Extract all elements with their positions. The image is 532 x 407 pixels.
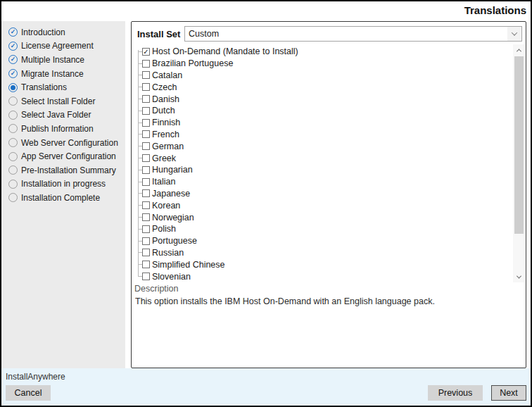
option-label: Korean <box>152 201 180 211</box>
wizard-step: Installation Complete <box>8 191 125 205</box>
wizard-step-label: Pre-Installation Summary <box>21 165 116 175</box>
next-button[interactable]: Next <box>491 385 526 401</box>
scroll-down-icon[interactable] <box>513 271 525 282</box>
step-pending-icon <box>8 138 18 147</box>
checkbox[interactable] <box>142 261 150 268</box>
option-label: Japanese <box>152 189 190 199</box>
checkbox[interactable] <box>142 237 150 245</box>
wizard-step-label: License Agreement <box>21 41 94 51</box>
wizard-step-label: Publish Information <box>21 124 94 134</box>
wizard-step: ✓Migrate Instance <box>8 67 125 81</box>
checkbox[interactable] <box>142 166 150 174</box>
page-title: Translations <box>464 4 526 16</box>
step-current-icon <box>8 83 18 92</box>
wizard-step: ✓Introduction <box>8 25 125 39</box>
translation-option[interactable]: Russian <box>137 247 509 259</box>
translation-option[interactable]: Dutch <box>137 105 509 117</box>
installer-window: Translations ✓Introduction✓License Agree… <box>0 0 532 407</box>
wizard-step: ✓License Agreement <box>8 39 125 54</box>
step-pending-icon <box>8 124 18 133</box>
translation-option[interactable]: German <box>137 140 509 152</box>
checkbox[interactable] <box>142 201 150 209</box>
checkbox[interactable] <box>142 107 150 115</box>
step-pending-icon <box>8 152 18 161</box>
step-complete-icon: ✓ <box>8 27 18 37</box>
chevron-down-icon[interactable] <box>507 27 521 41</box>
step-pending-icon <box>8 165 18 175</box>
translation-option[interactable]: Norwegian <box>137 211 509 223</box>
translation-option[interactable]: Japanese <box>137 188 509 200</box>
translation-option[interactable]: French <box>137 129 509 141</box>
wizard-step: Translations <box>8 80 125 94</box>
wizard-step: Select Install Folder <box>8 94 125 108</box>
checkbox[interactable] <box>142 71 150 79</box>
translation-option[interactable]: Danish <box>137 93 509 105</box>
step-complete-icon: ✓ <box>8 42 18 51</box>
translation-option[interactable]: Korean <box>137 199 509 211</box>
option-label: Czech <box>152 82 177 92</box>
translation-option[interactable]: Slovenian <box>137 270 509 282</box>
checkbox[interactable] <box>142 154 150 162</box>
wizard-step-label: Multiple Instance <box>21 55 84 65</box>
checkbox[interactable] <box>142 273 150 280</box>
install-set-select[interactable]: Custom <box>184 26 522 42</box>
checkbox[interactable] <box>142 83 150 91</box>
previous-button[interactable]: Previous <box>428 385 483 401</box>
scrollbar-thumb[interactable] <box>514 56 524 234</box>
checkbox[interactable]: ✓ <box>142 48 150 56</box>
wizard-step-label: Migrate Instance <box>21 69 84 79</box>
checkbox[interactable] <box>142 60 150 68</box>
install-set-label: Install Set <box>137 29 180 39</box>
checkbox[interactable] <box>142 213 150 221</box>
translation-option[interactable]: Czech <box>137 81 509 93</box>
scroll-up-icon[interactable] <box>513 44 525 56</box>
option-label: Italian <box>152 177 175 187</box>
translation-option[interactable]: Catalan <box>137 70 509 82</box>
wizard-step-label: Installation in progress <box>21 179 106 189</box>
checkbox[interactable] <box>142 249 150 256</box>
scrollbar[interactable] <box>513 44 525 282</box>
step-pending-icon <box>8 180 18 189</box>
translation-option[interactable]: Italian <box>137 176 509 188</box>
wizard-step: Installation in progress <box>8 177 125 192</box>
translation-option[interactable]: Hungarian <box>137 164 509 176</box>
translation-option[interactable]: Simplified Chinese <box>137 258 509 270</box>
option-label: Catalan <box>152 70 182 80</box>
checkbox[interactable] <box>142 119 150 127</box>
option-label: Greek <box>152 154 176 163</box>
translation-option[interactable]: Portuguese <box>137 235 509 247</box>
option-label: Hungarian <box>152 165 193 175</box>
wizard-step-label: Installation Complete <box>21 193 100 203</box>
option-label: Dutch <box>152 106 175 115</box>
option-label: German <box>152 142 184 151</box>
checkbox[interactable] <box>142 189 150 197</box>
cancel-button[interactable]: Cancel <box>6 385 51 401</box>
translation-options-list: ✓Host On-Demand (Mandate to Install)Braz… <box>137 46 509 284</box>
checkbox[interactable] <box>142 142 150 150</box>
translation-option[interactable]: ✓Host On-Demand (Mandate to Install) <box>137 46 509 58</box>
wizard-step-label: Translations <box>21 82 67 92</box>
translation-option[interactable]: Greek <box>137 152 509 164</box>
wizard-step: App Server Configuration <box>8 149 125 163</box>
option-label: Finnish <box>152 118 180 127</box>
install-set-row: Install Set Custom <box>137 26 523 42</box>
option-label: Norwegian <box>152 213 194 223</box>
option-label: Slovenian <box>152 272 191 282</box>
description-label: Description <box>134 284 179 294</box>
option-label: Simplified Chinese <box>152 260 225 270</box>
wizard-step-label: Web Server Configuration <box>21 138 118 148</box>
checkbox[interactable] <box>142 95 150 103</box>
checkbox[interactable] <box>142 225 150 233</box>
wizard-step: Select Java Folder <box>8 108 125 123</box>
translation-option[interactable]: Brazilian Portuguese <box>137 58 509 70</box>
checkbox[interactable] <box>142 130 150 138</box>
translation-option[interactable]: Finnish <box>137 117 509 129</box>
wizard-step-label: App Server Configuration <box>21 151 116 161</box>
step-pending-icon <box>8 96 18 106</box>
install-set-value: Custom <box>185 29 507 39</box>
wizard-steps: ✓Introduction✓License Agreement✓Multiple… <box>8 25 125 205</box>
checkbox[interactable] <box>142 178 150 186</box>
wizard-step: Pre-Installation Summary <box>8 163 125 177</box>
translation-option[interactable]: Polish <box>137 223 509 235</box>
wizard-step-label: Select Install Folder <box>21 96 95 106</box>
